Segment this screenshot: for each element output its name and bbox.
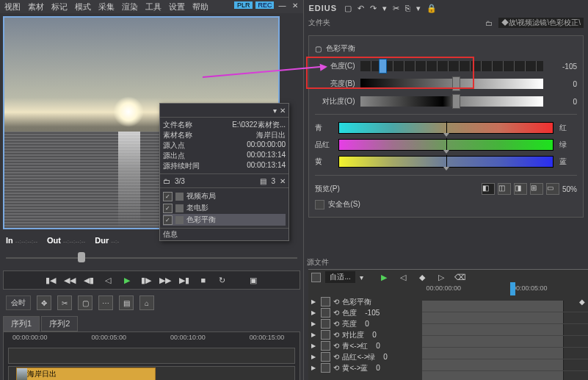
play-icon[interactable]: ▶: [120, 274, 134, 286]
menu-clip[interactable]: 素材: [28, 1, 44, 12]
preview-mode-3[interactable]: ◨: [514, 183, 527, 195]
menu-settings[interactable]: 设置: [169, 1, 185, 12]
tab-seq2[interactable]: 序列2: [41, 316, 78, 331]
minimize-icon[interactable]: —: [277, 0, 287, 10]
timeline-track-a[interactable]: [8, 348, 295, 364]
reset-icon[interactable]: ⟲: [333, 298, 339, 306]
scrub-bar[interactable]: [6, 251, 297, 265]
reset-icon[interactable]: ⟲: [333, 331, 339, 339]
disclosure-icon[interactable]: ▶: [311, 343, 318, 349]
kf-clip[interactable]: [422, 324, 564, 335]
disclosure-icon[interactable]: ▶: [311, 309, 318, 316]
contrast-handle[interactable]: [452, 94, 460, 109]
auto-button[interactable]: 自适...: [325, 271, 355, 283]
close-icon[interactable]: ✕: [290, 0, 300, 10]
menu-mode[interactable]: 模式: [75, 1, 91, 12]
play-back-icon[interactable]: ◁: [101, 274, 115, 286]
preview-mode-4[interactable]: ⊞: [530, 183, 543, 195]
checkbox-icon[interactable]: [321, 341, 330, 351]
timeline-clip[interactable]: 海岸日出: [16, 368, 156, 380]
info-panel[interactable]: ▾ ✕ 文件名称E:\0322素材资... 素材名称海岸日出 源入点00:00:…: [159, 103, 289, 241]
stop-icon[interactable]: ■: [196, 274, 211, 286]
kf-del-icon[interactable]: ⌫: [453, 271, 468, 283]
kf-clip[interactable]: [422, 371, 564, 380]
menu-view[interactable]: 视图: [4, 1, 21, 12]
menu-render[interactable]: 渲染: [122, 1, 138, 12]
magenta-green-slider[interactable]: [338, 139, 553, 151]
info-close-icon[interactable]: ✕: [280, 107, 286, 115]
disclosure-icon[interactable]: ▶: [311, 365, 318, 371]
checkbox-icon[interactable]: [321, 352, 330, 362]
kf-next-icon[interactable]: ▷: [434, 271, 449, 283]
transport-extra-icon[interactable]: ▣: [246, 274, 261, 286]
fx-item-selected[interactable]: ✓色彩平衡: [163, 214, 286, 226]
fx-item[interactable]: ✓视频布局: [163, 190, 286, 202]
scrub-handle[interactable]: [78, 252, 85, 262]
tab-seq1[interactable]: 序列1: [3, 316, 40, 331]
cut-icon[interactable]: ✂: [57, 295, 72, 310]
kf-clip[interactable]: [422, 312, 564, 323]
link-icon[interactable]: ⎘: [405, 4, 410, 12]
contrast-slider[interactable]: [360, 96, 543, 107]
kf-clip[interactable]: [422, 336, 564, 347]
menu-capture[interactable]: 采集: [98, 1, 115, 12]
preview-mode-5[interactable]: ▭: [546, 183, 559, 195]
disclosure-icon[interactable]: ▶: [311, 298, 318, 305]
kf-track-area[interactable]: [422, 301, 588, 380]
folder-icon[interactable]: 🗀: [485, 19, 493, 27]
undo-icon[interactable]: ↶: [357, 4, 364, 13]
fx-x-icon[interactable]: ✕: [280, 177, 286, 185]
checkbox-icon[interactable]: [321, 319, 330, 329]
fx-folder-icon[interactable]: 🗀: [163, 177, 170, 185]
reset-icon[interactable]: ⟲: [333, 309, 339, 317]
checkbox-icon[interactable]: [321, 363, 330, 373]
new-icon[interactable]: ▢: [344, 4, 352, 13]
disclosure-icon[interactable]: ▶: [311, 354, 318, 360]
menu-marker[interactable]: 标记: [51, 1, 68, 12]
fx-item[interactable]: ✓老电影: [163, 202, 286, 214]
preview-mode-1[interactable]: ◧: [482, 183, 495, 195]
reset-icon[interactable]: ⟲: [333, 353, 339, 361]
checkbox-icon[interactable]: [321, 330, 330, 340]
lock-icon[interactable]: 🔒: [427, 4, 437, 13]
step-fwd-icon[interactable]: ▮▶: [139, 274, 153, 286]
disclosure-icon[interactable]: ▢: [315, 45, 322, 53]
cut-icon[interactable]: ✂: [393, 4, 399, 13]
preview-mode-2[interactable]: ◫: [498, 183, 511, 195]
checkbox-icon[interactable]: [321, 297, 330, 306]
plr-button[interactable]: PLR: [234, 1, 253, 9]
dropdown-icon[interactable]: ▾: [382, 4, 387, 13]
kf-dropdown-icon[interactable]: ▾: [360, 273, 363, 282]
info-menu-icon[interactable]: ▾: [273, 107, 277, 115]
tool-tab[interactable]: 会时: [6, 295, 31, 310]
kf-play-icon[interactable]: ▶: [377, 271, 391, 283]
yellow-blue-slider[interactable]: [338, 156, 553, 168]
menu-tools[interactable]: 工具: [145, 1, 161, 12]
kf-clip[interactable]: [422, 348, 564, 359]
disclosure-icon[interactable]: ▶: [311, 331, 318, 338]
reset-icon[interactable]: ⟲: [333, 342, 339, 350]
reset-icon[interactable]: ⟲: [333, 364, 339, 372]
kf-clip[interactable]: [422, 301, 564, 312]
ffwd-icon[interactable]: ▶▶: [158, 274, 173, 286]
kf-key-icon[interactable]: ◆: [415, 271, 429, 283]
tool-a-icon[interactable]: ✥: [37, 295, 51, 310]
checkbox-icon[interactable]: ✓: [163, 204, 173, 213]
rewind-icon[interactable]: ◀◀: [62, 274, 77, 286]
loop-icon[interactable]: ↻: [215, 274, 230, 286]
rec-button[interactable]: REC: [255, 1, 274, 9]
kf-prev-icon[interactable]: ◁: [396, 271, 410, 283]
checkbox-icon[interactable]: ✓: [163, 215, 173, 225]
checkbox-icon[interactable]: [321, 308, 330, 318]
skip-end-icon[interactable]: ▶▮: [177, 274, 192, 286]
tool-d-icon[interactable]: ⌂: [139, 295, 154, 310]
reset-icon[interactable]: ⟲: [333, 320, 339, 328]
kf-clip[interactable]: [422, 359, 564, 370]
menu-help[interactable]: 帮助: [192, 1, 208, 12]
skip-start-icon[interactable]: ▮◀: [43, 274, 58, 286]
timeline-track-v[interactable]: 海岸日出: [8, 366, 295, 380]
disclosure-icon[interactable]: ▶: [311, 320, 318, 327]
tool-c-icon[interactable]: ▤: [119, 295, 134, 310]
fx-list-icon[interactable]: ▤: [260, 177, 266, 185]
cyan-red-slider[interactable]: [338, 122, 553, 134]
